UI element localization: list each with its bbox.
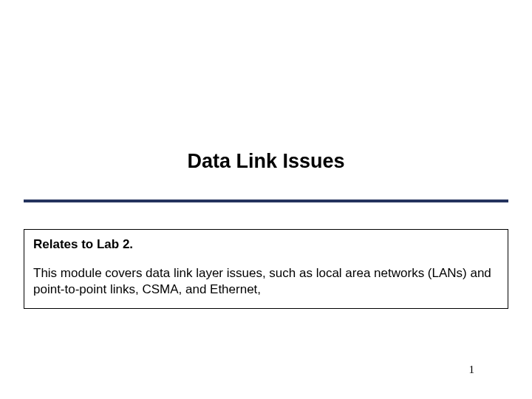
description: This module covers data link layer issue…: [33, 265, 499, 298]
slide: Data Link Issues Relates to Lab 2. This …: [0, 0, 532, 399]
subtitle: Relates to Lab 2.: [33, 237, 499, 252]
title-divider: [24, 200, 508, 202]
slide-title: Data Link Issues: [0, 150, 532, 173]
info-box: Relates to Lab 2. This module covers dat…: [24, 229, 508, 309]
page-number: 1: [469, 364, 475, 376]
